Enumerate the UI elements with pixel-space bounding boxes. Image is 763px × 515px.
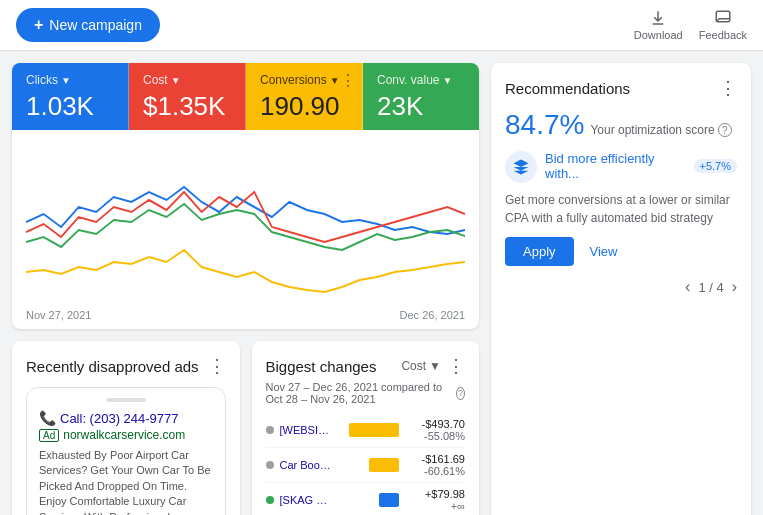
new-campaign-button[interactable]: + New campaign (16, 8, 160, 42)
bc-header: Biggest changes Cost ▼ ⋮ (266, 355, 466, 377)
bc-bar (369, 458, 399, 472)
disapproved-ads-header: Recently disapproved ads ⋮ (26, 355, 226, 377)
disapproved-ads-panel: Recently disapproved ads ⋮ 📞 Call: (203)… (12, 341, 240, 515)
rec-title: Recommendations (505, 80, 630, 97)
bc-name[interactable]: [SKAG Mobile 100%] ... car service to ne… (280, 494, 334, 506)
header-actions: Download Feedback (634, 9, 747, 41)
disapproved-ads-title: Recently disapproved ads (26, 358, 199, 375)
bc-name[interactable]: [WEBSITE] Connecticu... (280, 424, 334, 436)
bc-help-icon[interactable]: ? (456, 387, 465, 400)
chart-dates: Nov 27, 2021 Dec 26, 2021 (26, 309, 465, 321)
bc-dot (266, 461, 274, 469)
rec-item-title: Bid more efficiently with... +5.7% (545, 151, 737, 181)
metric-conv-value-label: Conv. value ▼ (377, 73, 465, 87)
bc-bar (349, 423, 399, 437)
bc-value: +$79.98 +∞ (405, 488, 465, 512)
metric-conv-value: Conv. value ▼ 23K (363, 63, 479, 130)
rec-item-desc: Get more conversions at a lower or simil… (505, 191, 737, 227)
header: + New campaign Download Feedback (0, 0, 763, 51)
score-help-icon[interactable]: ? (718, 123, 732, 137)
conversions-dropdown-arrow[interactable]: ▼ (330, 75, 340, 86)
metric-cost-value: $1.35K (143, 91, 231, 122)
download-icon (649, 9, 667, 27)
download-label: Download (634, 29, 683, 41)
conversions-more-button[interactable]: ⋮ (340, 71, 356, 90)
bc-filter-arrow: ▼ (429, 359, 441, 373)
bc-title: Biggest changes (266, 358, 377, 375)
bc-subtitle: Nov 27 – Dec 26, 2021 compared to Oct 28… (266, 381, 466, 405)
clicks-dropdown-arrow[interactable]: ▼ (61, 75, 71, 86)
rec-next-button[interactable]: › (732, 278, 737, 296)
chart-end-date: Dec 26, 2021 (400, 309, 465, 321)
metrics-row: Clicks ▼ 1.03K Cost ▼ $1.35K Conversions (12, 63, 479, 130)
rec-pagination: ‹ 1 / 4 › (505, 278, 737, 296)
rec-score-label: Your optimization score ? (590, 123, 731, 137)
bc-value: -$161.69 -60.61% (405, 453, 465, 477)
bc-bar-container (339, 423, 399, 437)
new-campaign-label: New campaign (49, 17, 142, 33)
rec-page-indicator: 1 / 4 (698, 280, 723, 295)
ad-phone-line: 📞 Call: (203) 244-9777 (39, 410, 213, 426)
bc-header-right: Cost ▼ ⋮ (401, 355, 465, 377)
bid-icon (512, 158, 530, 176)
biggest-changes-panel: Biggest changes Cost ▼ ⋮ Nov 27 – Dec 26… (252, 341, 480, 515)
bc-row: [WEBSITE] Connecticu... -$493.70 -55.08% (266, 413, 466, 448)
cost-dropdown-arrow[interactable]: ▼ (171, 75, 181, 86)
rec-item-content: Bid more efficiently with... +5.7% (545, 151, 737, 181)
rec-item-icon (505, 151, 537, 183)
metrics-section: Clicks ▼ 1.03K Cost ▼ $1.35K Conversions (12, 63, 479, 329)
download-action[interactable]: Download (634, 9, 683, 41)
phone-mock: 📞 Call: (203) 244-9777 Ad norwalkcarserv… (26, 387, 226, 515)
bc-bar-container (339, 458, 399, 472)
phone-icon: 📞 (39, 410, 56, 426)
main-content: Clicks ▼ 1.03K Cost ▼ $1.35K Conversions (0, 51, 763, 515)
metric-conversions-value: 190.90 (260, 91, 348, 122)
recommendations-panel: Recommendations ⋮ 84.7% Your optimizatio… (491, 63, 751, 515)
rec-actions: Apply View (505, 237, 737, 266)
rec-score-row: 84.7% Your optimization score ? (505, 109, 737, 141)
bc-name[interactable]: Car Booking [Limo The... (280, 459, 334, 471)
bc-value: -$493.70 -55.08% (405, 418, 465, 442)
metric-conversions-label: Conversions ▼ (260, 73, 348, 87)
bc-dot (266, 496, 274, 504)
metric-clicks-value: 1.03K (26, 91, 114, 122)
metric-conv-value-value: 23K (377, 91, 465, 122)
phone-notch (106, 398, 146, 402)
bc-filter-button[interactable]: Cost ▼ (401, 359, 441, 373)
feedback-action[interactable]: Feedback (699, 9, 747, 41)
feedback-label: Feedback (699, 29, 747, 41)
chart-start-date: Nov 27, 2021 (26, 309, 91, 321)
rec-item: Bid more efficiently with... +5.7% (505, 151, 737, 183)
apply-button[interactable]: Apply (505, 237, 574, 266)
ad-url: norwalkcarservice.com (63, 428, 185, 442)
metric-cost-label: Cost ▼ (143, 73, 231, 87)
metric-cost: Cost ▼ $1.35K (129, 63, 246, 130)
rec-more-button[interactable]: ⋮ (719, 77, 737, 99)
plus-icon: + (34, 16, 43, 34)
bc-row: [SKAG Mobile 100%] ... car service to ne… (266, 483, 466, 515)
conv-value-dropdown-arrow[interactable]: ▼ (442, 75, 452, 86)
metrics-chart-panel: Clicks ▼ 1.03K Cost ▼ $1.35K Conversions (12, 63, 479, 329)
chart-area: Nov 27, 2021 Dec 26, 2021 (12, 130, 479, 329)
rec-header: Recommendations ⋮ (505, 77, 737, 99)
feedback-icon (714, 9, 732, 27)
ad-url-row: Ad norwalkcarservice.com (39, 428, 213, 442)
metric-clicks: Clicks ▼ 1.03K (12, 63, 129, 130)
disapproved-ads-more-button[interactable]: ⋮ (208, 355, 226, 377)
phone-notch-area (39, 398, 213, 402)
bc-bar (379, 493, 399, 507)
bc-rows: [WEBSITE] Connecticu... -$493.70 -55.08%… (266, 413, 466, 515)
ad-badge: Ad (39, 429, 59, 442)
metric-clicks-label: Clicks ▼ (26, 73, 114, 87)
rec-prev-button[interactable]: ‹ (685, 278, 690, 296)
view-button[interactable]: View (582, 237, 626, 266)
metric-conversions: Conversions ▼ 190.90 ⋮ (246, 63, 363, 130)
bc-bar-container (339, 493, 399, 507)
bc-more-button[interactable]: ⋮ (447, 355, 465, 377)
bottom-row: Recently disapproved ads ⋮ 📞 Call: (203)… (12, 341, 479, 515)
rec-score-value: 84.7% (505, 109, 584, 141)
bc-dot (266, 426, 274, 434)
ad-desc: Exhausted By Poor Airport Car Services? … (39, 448, 213, 515)
line-chart (26, 142, 465, 302)
rec-item-badge: +5.7% (694, 159, 738, 173)
